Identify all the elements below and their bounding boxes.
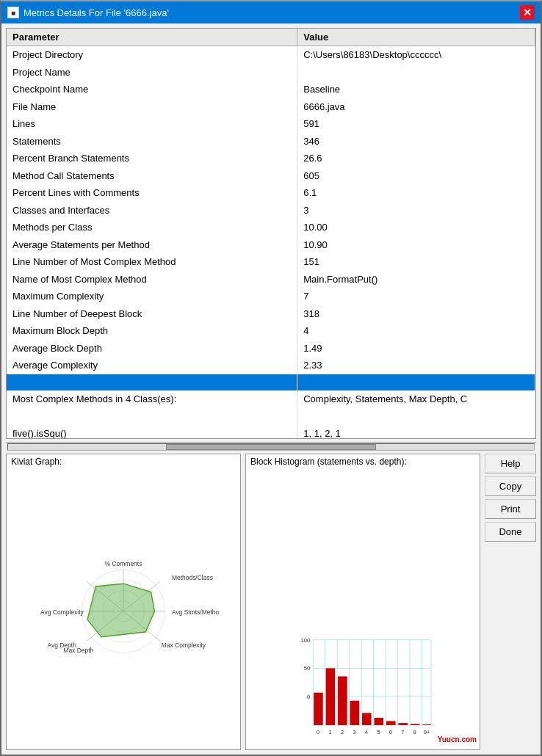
kiviat-label-bottom-right: Max Complexity xyxy=(162,641,206,649)
kiviat-label-left: Avg Complexity xyxy=(40,608,84,616)
value-cell: 3 xyxy=(297,202,535,219)
value-cell: 7 xyxy=(297,288,535,305)
svg-text:4: 4 xyxy=(365,729,369,735)
svg-rect-35 xyxy=(375,718,384,725)
param-cell: Average Block Depth xyxy=(7,340,297,357)
value-cell: 2.33 xyxy=(297,357,535,374)
value-cell: 591 xyxy=(297,115,535,133)
bottom-area: Kiviat Graph: xyxy=(6,454,536,750)
svg-rect-31 xyxy=(326,668,336,725)
svg-rect-34 xyxy=(362,713,372,725)
metrics-table-area[interactable]: Parameter Value Project DirectoryC:\User… xyxy=(6,28,536,439)
table-row: Maximum Block Depth4 xyxy=(7,322,535,340)
print-button[interactable]: Print xyxy=(485,499,536,519)
method-row: five().isSqu()1, 1, 2, 1 xyxy=(7,425,535,439)
table-row: Average Block Depth1.49 xyxy=(7,340,535,357)
svg-rect-32 xyxy=(338,676,347,724)
separator-row: ----------------------------------------… xyxy=(7,374,535,391)
svg-text:7: 7 xyxy=(401,729,404,735)
param-cell: Method Call Statements xyxy=(7,167,297,185)
param-cell: Maximum Block Depth xyxy=(7,322,297,340)
svg-text:0: 0 xyxy=(317,729,319,735)
svg-rect-36 xyxy=(386,721,396,725)
method-name-cell: five().isSqu() xyxy=(7,425,297,439)
method-value-cell: 1, 1, 2, 1 xyxy=(297,425,535,439)
section-header-row: Most Complex Methods in 4 Class(es):Comp… xyxy=(7,390,535,408)
param-cell: Methods per Class xyxy=(7,219,297,236)
histogram-panel: Block Histogram (statements vs. depth): xyxy=(245,454,480,750)
table-row: Maximum Complexity7 xyxy=(7,288,535,305)
table-row: Name of Most Complex MethodMain.FormatPu… xyxy=(7,271,535,288)
value-cell: 6666.java xyxy=(297,98,535,116)
kiviat-panel: Kiviat Graph: xyxy=(6,454,241,750)
table-row: Line Number of Deepest Block318 xyxy=(7,305,535,323)
param-cell: Average Complexity xyxy=(7,357,297,374)
svg-rect-37 xyxy=(398,723,408,725)
kiviat-label-right: Avg Stmts/Method xyxy=(172,608,219,616)
svg-rect-33 xyxy=(350,701,360,725)
table-row: Statements346 xyxy=(7,133,535,150)
table-row: Percent Branch Statements26.6 xyxy=(7,150,535,167)
value-cell: C:\Users\86183\Desktop\cccccc\ xyxy=(297,46,535,64)
title-bar: ■ Metrics Details For File '6666.java' ✕ xyxy=(1,1,541,23)
svg-marker-11 xyxy=(87,584,154,636)
table-row: Classes and Interfaces3 xyxy=(7,202,535,219)
copy-button[interactable]: Copy xyxy=(485,476,536,496)
col-header-param: Parameter xyxy=(7,29,297,46)
table-row: File Name6666.java xyxy=(7,98,535,116)
table-row: Project DirectoryC:\Users\86183\Desktop\… xyxy=(7,46,535,64)
histogram-title: Block Histogram (statements vs. depth): xyxy=(246,454,480,469)
value-cell: 151 xyxy=(297,253,535,271)
table-row: Project Name xyxy=(7,64,535,81)
kiviat-label-top: % Comments xyxy=(105,560,142,567)
value-cell: Main.FormatPut() xyxy=(297,271,535,288)
window-icon: ■ xyxy=(7,7,19,18)
kiviat-svg: % Comments Methods/Class Avg Stmts/Metho… xyxy=(28,550,219,668)
svg-rect-30 xyxy=(314,693,323,725)
watermark: Yuucn.com xyxy=(438,735,477,744)
svg-text:8: 8 xyxy=(413,729,416,735)
param-cell: Project Directory xyxy=(7,46,297,64)
param-cell: File Name xyxy=(7,98,297,116)
value-cell: 605 xyxy=(297,167,535,185)
col-header-value: Value xyxy=(297,29,535,46)
table-row: Lines591 xyxy=(7,115,535,133)
kiviat-title: Kiviat Graph: xyxy=(7,454,240,469)
table-row: Line Number of Most Complex Method151 xyxy=(7,253,535,271)
metrics-table: Parameter Value Project DirectoryC:\User… xyxy=(7,29,535,439)
param-cell: Line Number of Most Complex Method xyxy=(7,253,297,271)
help-button[interactable]: Help xyxy=(485,454,536,473)
param-cell: Statements xyxy=(7,133,297,150)
svg-text:5: 5 xyxy=(377,729,380,735)
svg-rect-38 xyxy=(411,724,420,725)
done-button[interactable]: Done xyxy=(485,522,536,542)
value-cell: 10.00 xyxy=(297,219,535,236)
value-cell xyxy=(297,64,535,81)
svg-text:0: 0 xyxy=(307,694,310,700)
horizontal-scrollbar[interactable] xyxy=(6,442,536,451)
param-cell: Project Name xyxy=(7,64,297,81)
table-row: Methods per Class10.00 xyxy=(7,219,535,236)
value-cell: 346 xyxy=(297,133,535,150)
title-bar-left: ■ Metrics Details For File '6666.java' xyxy=(7,7,169,18)
empty-row xyxy=(7,408,535,426)
table-row: Average Statements per Method10.90 xyxy=(7,236,535,254)
kiviat-graph-area: % Comments Methods/Class Avg Stmts/Metho… xyxy=(7,469,240,749)
value-cell: 318 xyxy=(297,305,535,323)
value-cell: 10.90 xyxy=(297,236,535,254)
buttons-panel: Help Copy Print Done xyxy=(485,454,536,750)
content-area: Parameter Value Project DirectoryC:\User… xyxy=(1,23,541,755)
param-cell: Checkpoint Name xyxy=(7,81,297,98)
param-cell: Percent Branch Statements xyxy=(7,150,297,167)
param-cell: Classes and Interfaces xyxy=(7,202,297,219)
table-row: Method Call Statements605 xyxy=(7,167,535,185)
kiviat-label-bottom-left: Avg Depth xyxy=(47,641,76,649)
histogram-content-area: 0 50 100 xyxy=(246,469,480,749)
close-button[interactable]: ✕ xyxy=(520,5,535,20)
svg-text:1: 1 xyxy=(328,729,331,735)
svg-text:50: 50 xyxy=(304,665,311,672)
svg-rect-39 xyxy=(422,724,431,725)
param-cell: Name of Most Complex Method xyxy=(7,271,297,288)
param-cell: Maximum Complexity xyxy=(7,288,297,305)
param-cell: Line Number of Deepest Block xyxy=(7,305,297,323)
